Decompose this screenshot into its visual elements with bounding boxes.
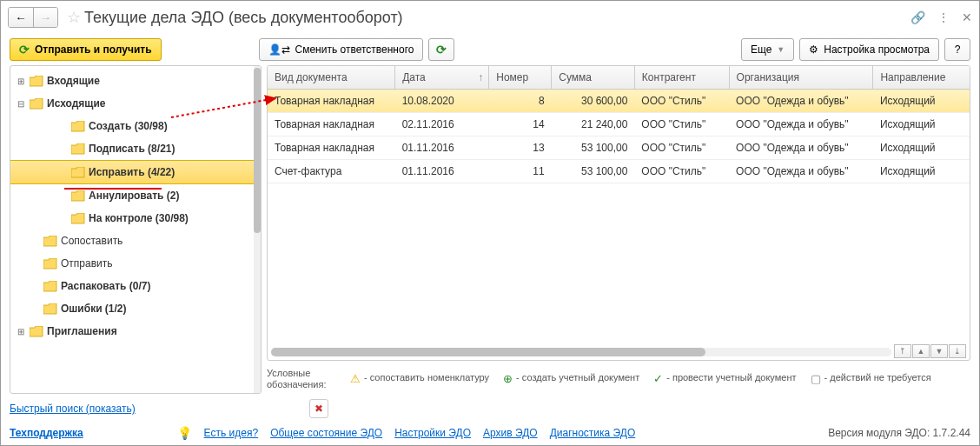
table-cell-org: ООО "Одежда и обувь" <box>729 90 873 113</box>
table-header-org[interactable]: Организация <box>729 66 873 90</box>
folder-icon <box>30 326 43 337</box>
support-link[interactable]: Техподдержка <box>10 427 83 439</box>
table-row[interactable]: Товарная накладная10.08.2020830 600,00ОО… <box>268 90 970 113</box>
table-row[interactable]: Счет-фактура01.11.20161153 100,00ООО "Ст… <box>268 160 970 183</box>
sidebar-scroll-thumb[interactable] <box>254 68 261 233</box>
tree-item-label: На контроле (30/98) <box>89 212 189 224</box>
table-cell-sum: 53 100,00 <box>552 136 635 160</box>
tree-item[interactable]: Подписать (8/21) <box>10 137 261 160</box>
table-cell-number: 13 <box>489 136 552 160</box>
tree-item-label: Создать (30/98) <box>89 120 168 132</box>
change-responsible-button[interactable]: 👤⇄ Сменить ответственного <box>259 38 424 61</box>
sidebar-scrollbar[interactable] <box>254 66 261 393</box>
clear-filter-button[interactable]: ✖ <box>309 399 328 418</box>
tree-item[interactable]: ⊞Входящие <box>10 70 261 92</box>
tree-item[interactable]: Исправить (4/22) <box>10 160 261 184</box>
tree-item[interactable]: Создать (30/98) <box>10 115 261 137</box>
tree-item[interactable]: Сопоставить <box>10 230 261 252</box>
tree-item[interactable]: Ошибки (1/2) <box>10 297 261 320</box>
document-check-icon: ✓ <box>653 372 663 386</box>
footer-link[interactable]: Настройки ЭДО <box>394 427 471 439</box>
scroll-down-button[interactable]: ▼ <box>930 344 948 358</box>
quick-search-link[interactable]: Быстрый поиск (показать) <box>10 403 136 415</box>
favorite-star-icon[interactable]: ☆ <box>67 8 81 27</box>
table-header-direction[interactable]: Направление <box>873 66 970 90</box>
table-header-sum[interactable]: Сумма <box>552 66 635 90</box>
annotation-underline <box>64 188 162 190</box>
table-cell-direction: Исходящий <box>873 113 970 136</box>
legend-item-label: - сопоставить номенклатуру <box>364 372 489 383</box>
table-row[interactable]: Товарная накладная01.11.20161353 100,00О… <box>268 136 970 160</box>
tree-item[interactable]: ⊞Приглашения <box>10 320 261 343</box>
footer-link[interactable]: Диагностика ЭДО <box>550 427 636 439</box>
tree-expander[interactable]: ⊞ <box>16 77 26 86</box>
folder-icon <box>71 143 85 155</box>
tree-item[interactable]: На контроле (30/98) <box>10 207 261 230</box>
folder-icon <box>43 281 57 292</box>
table-cell-sum: 30 600,00 <box>552 90 635 113</box>
kebab-icon[interactable]: ⋮ <box>937 10 950 24</box>
page-title: Текущие дела ЭДО (весь документооборот) <box>84 9 403 27</box>
table-cell-doc_type: Товарная накладная <box>268 113 395 136</box>
folder-icon <box>71 167 85 178</box>
document-none-icon: ▢ <box>811 372 821 386</box>
table-row[interactable]: Товарная накладная02.11.20161421 240,00О… <box>268 113 970 136</box>
table-cell-date: 02.11.2016 <box>395 113 489 136</box>
table-cell-number: 11 <box>489 160 552 183</box>
table-cell-number: 14 <box>489 113 552 136</box>
warning-icon: ⚠ <box>350 372 361 386</box>
legend-bar: Условные обозначения: ⚠- сопоставить ном… <box>267 364 970 394</box>
legend-item-label: - создать учетный документ <box>516 372 639 383</box>
table-cell-org: ООО "Одежда и обувь" <box>729 113 873 136</box>
tree-item-label: Исправить (4/22) <box>89 166 175 178</box>
tree-expander[interactable]: ⊟ <box>16 99 26 109</box>
refresh-icon: ⟳ <box>19 43 30 57</box>
tree-item-label: Приглашения <box>47 325 117 337</box>
tree-item-label: Ошибки (1/2) <box>61 303 127 315</box>
close-window-icon[interactable]: ✕ <box>962 10 972 24</box>
view-settings-label: Настройка просмотра <box>824 43 930 56</box>
lightbulb-icon: 💡 <box>177 426 192 440</box>
more-button[interactable]: Еще ▼ <box>741 38 794 61</box>
footer-link[interactable]: Архив ЭДО <box>483 427 538 439</box>
tree-item-label: Аннулировать (2) <box>89 190 179 202</box>
footer-link[interactable]: Общее состояние ЭДО <box>270 427 382 439</box>
table-cell-doc_type: Товарная накладная <box>268 90 395 113</box>
tree-item-label: Распаковать (0/7) <box>61 280 150 292</box>
table-cell-counterparty: ООО "Стиль" <box>634 90 729 113</box>
more-label: Еще <box>751 43 771 56</box>
tree-item-label: Подписать (8/21) <box>89 143 175 155</box>
table-header-counterparty[interactable]: Контрагент <box>634 66 729 90</box>
view-settings-button[interactable]: ⚙ Настройка просмотра <box>799 38 939 61</box>
scroll-top-button[interactable]: ⤒ <box>894 344 911 358</box>
scroll-up-button[interactable]: ▲ <box>912 344 930 358</box>
folder-icon <box>43 258 57 270</box>
tree-item[interactable]: Распаковать (0/7) <box>10 275 261 297</box>
person-swap-icon: 👤⇄ <box>268 43 290 56</box>
idea-link[interactable]: Есть идея? <box>204 427 259 439</box>
link-icon[interactable]: 🔗 <box>910 10 925 24</box>
send-receive-button[interactable]: ⟳ Отправить и получить <box>10 38 162 61</box>
send-receive-label: Отправить и получить <box>35 43 152 56</box>
tree-expander[interactable]: ⊞ <box>16 327 26 336</box>
table-header-number[interactable]: Номер <box>489 66 552 90</box>
table-header-doc_type[interactable]: Вид документа <box>268 66 395 90</box>
table-cell-org: ООО "Одежда и обувь" <box>729 136 873 160</box>
table-h-scrollbar[interactable] <box>271 348 891 356</box>
category-tree: ⊞Входящие⊟ИсходящиеСоздать (30/98)Подпис… <box>10 65 262 394</box>
table-header-date[interactable]: Дата↑ <box>395 66 489 90</box>
refresh-button[interactable]: ⟳ <box>428 38 454 61</box>
tree-item[interactable]: Отправить <box>10 252 261 275</box>
nav-forward-button[interactable]: → <box>33 8 57 27</box>
table-h-scroll-thumb[interactable] <box>271 348 705 356</box>
table-cell-date: 01.11.2016 <box>395 136 489 160</box>
nav-back-button[interactable]: ← <box>9 8 33 27</box>
scroll-bottom-button[interactable]: ⤓ <box>949 344 966 358</box>
chevron-down-icon: ▼ <box>777 45 785 54</box>
tree-item[interactable]: ⊟Исходящие <box>10 92 261 115</box>
sort-asc-icon: ↑ <box>478 71 483 83</box>
table-cell-org: ООО "Одежда и обувь" <box>729 160 873 183</box>
table-cell-number: 8 <box>489 90 552 113</box>
table-cell-doc_type: Товарная накладная <box>268 136 395 160</box>
help-button[interactable]: ? <box>944 38 970 61</box>
